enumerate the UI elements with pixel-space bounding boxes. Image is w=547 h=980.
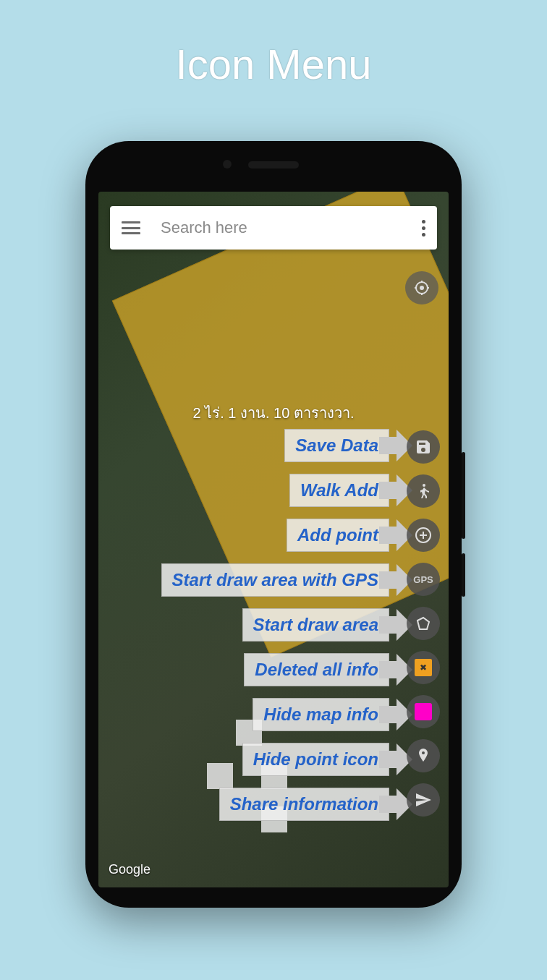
crosshair-icon [413, 279, 431, 297]
menu-label-row: Deleted all info [244, 652, 397, 688]
pin-icon [415, 747, 432, 764]
layers-icon [415, 703, 432, 720]
phone-frame: Search here 2 ไร่. 1 งาน. 10 ตารางวา. Sa… [85, 141, 462, 908]
hide-map-info-button[interactable] [407, 695, 440, 728]
send-icon [415, 791, 432, 809]
phone-side-button [462, 452, 465, 539]
label-hide-point-icon: Hide point icon [242, 743, 389, 776]
share-button[interactable] [407, 783, 440, 817]
draw-area-button[interactable] [407, 607, 440, 640]
locate-button[interactable] [405, 271, 438, 304]
save-icon [415, 438, 432, 456]
menu-label-row: Share information [219, 786, 397, 822]
label-start-draw-gps: Start draw area with GPS [161, 563, 389, 597]
svg-point-2 [423, 484, 425, 487]
plus-icon [415, 527, 432, 544]
screen: Search here 2 ไร่. 1 งาน. 10 ตารางวา. Sa… [98, 192, 449, 887]
menu-label-row: Start draw area with GPS [161, 562, 397, 598]
label-share-info: Share information [219, 788, 389, 821]
search-input[interactable]: Search here [161, 218, 422, 237]
gps-draw-button[interactable]: GPS [407, 563, 440, 596]
menu-label-row: Walk Add [289, 472, 397, 508]
menu-icon[interactable] [122, 221, 140, 234]
menu-label-row: Add point [287, 517, 397, 553]
add-point-button[interactable] [407, 519, 440, 552]
icon-toolbar: GPS ✖ [407, 430, 440, 817]
save-button[interactable] [407, 430, 440, 464]
label-walk-add: Walk Add [289, 474, 389, 507]
gps-icon: GPS [413, 574, 433, 585]
label-deleted-all: Deleted all info [244, 653, 389, 686]
label-start-draw: Start draw area [242, 608, 389, 642]
menu-label-row: Hide point icon [242, 741, 397, 777]
delete-all-button[interactable]: ✖ [407, 651, 440, 684]
hide-point-icon-button[interactable] [407, 739, 440, 772]
menu-label-row: Save Data [284, 427, 397, 464]
map-attribution: Google [109, 862, 150, 877]
menu-label-row: Hide map info [253, 696, 397, 733]
more-icon[interactable] [422, 220, 425, 237]
area-measurement-text: 2 ไร่. 1 งาน. 10 ตารางวา. [98, 401, 449, 425]
phone-side-button [462, 553, 465, 597]
walk-add-button[interactable] [407, 474, 440, 508]
delete-icon: ✖ [415, 659, 432, 676]
menu-label-row: Start draw area [242, 607, 397, 643]
walk-icon [415, 482, 432, 500]
label-hide-map-info: Hide map info [253, 698, 389, 731]
label-add-point: Add point [287, 519, 389, 552]
search-bar[interactable]: Search here [110, 206, 437, 250]
menu-labels: Save Data Walk Add Add point Start draw … [161, 427, 397, 822]
polygon-icon [415, 615, 432, 632]
svg-point-0 [420, 286, 424, 290]
page-title: Icon Menu [0, 0, 547, 88]
label-save-data: Save Data [284, 429, 389, 462]
